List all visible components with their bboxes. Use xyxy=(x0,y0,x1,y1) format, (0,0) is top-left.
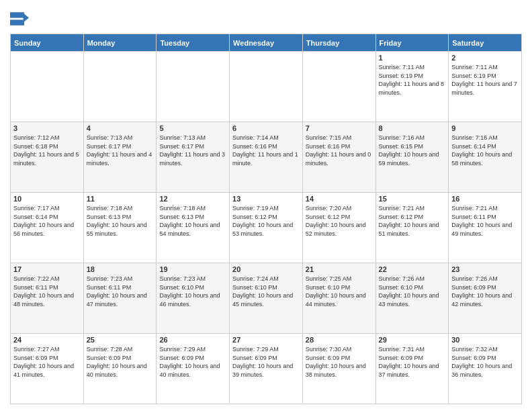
logo-icon xyxy=(10,9,29,28)
day-info: Sunrise: 7:29 AM Sunset: 6:09 PM Dayligh… xyxy=(232,345,300,379)
day-info: Sunrise: 7:28 AM Sunset: 6:09 PM Dayligh… xyxy=(87,345,154,379)
calendar-cell xyxy=(83,52,157,122)
calendar-cell: 12Sunrise: 7:18 AM Sunset: 6:13 PM Dayli… xyxy=(157,193,230,263)
day-info: Sunrise: 7:26 AM Sunset: 6:10 PM Dayligh… xyxy=(379,275,446,308)
day-number: 14 xyxy=(306,195,373,203)
day-number: 18 xyxy=(87,265,154,273)
day-info: Sunrise: 7:21 AM Sunset: 6:12 PM Dayligh… xyxy=(379,204,446,238)
calendar-cell: 19Sunrise: 7:23 AM Sunset: 6:10 PM Dayli… xyxy=(157,263,230,334)
day-info: Sunrise: 7:25 AM Sunset: 6:10 PM Dayligh… xyxy=(306,275,373,308)
day-number: 17 xyxy=(13,265,81,273)
page: SundayMondayTuesdayWednesdayThursdayFrid… xyxy=(0,0,532,411)
calendar-cell: 25Sunrise: 7:28 AM Sunset: 6:09 PM Dayli… xyxy=(83,334,157,404)
day-info: Sunrise: 7:23 AM Sunset: 6:10 PM Dayligh… xyxy=(159,275,226,308)
calendar-cell: 5Sunrise: 7:13 AM Sunset: 6:17 PM Daylig… xyxy=(157,122,230,193)
calendar-cell: 26Sunrise: 7:29 AM Sunset: 6:09 PM Dayli… xyxy=(157,334,230,404)
day-info: Sunrise: 7:11 AM Sunset: 6:19 PM Dayligh… xyxy=(379,63,446,97)
day-number: 1 xyxy=(379,54,446,62)
calendar-cell: 30Sunrise: 7:32 AM Sunset: 6:09 PM Dayli… xyxy=(449,334,522,404)
calendar-cell: 15Sunrise: 7:21 AM Sunset: 6:12 PM Dayli… xyxy=(375,193,449,263)
weekday-header-friday: Friday xyxy=(375,34,449,52)
day-info: Sunrise: 7:11 AM Sunset: 6:19 PM Dayligh… xyxy=(451,63,519,97)
calendar-cell xyxy=(230,52,303,122)
day-number: 12 xyxy=(159,195,226,203)
weekday-header-wednesday: Wednesday xyxy=(230,34,303,52)
calendar-cell: 22Sunrise: 7:26 AM Sunset: 6:10 PM Dayli… xyxy=(375,263,449,334)
day-info: Sunrise: 7:21 AM Sunset: 6:11 PM Dayligh… xyxy=(451,204,519,238)
day-info: Sunrise: 7:15 AM Sunset: 6:16 PM Dayligh… xyxy=(306,134,373,167)
calendar-cell xyxy=(302,52,375,122)
calendar-cell: 6Sunrise: 7:14 AM Sunset: 6:16 PM Daylig… xyxy=(230,122,303,193)
calendar-cell: 8Sunrise: 7:16 AM Sunset: 6:15 PM Daylig… xyxy=(375,122,449,193)
calendar-cell xyxy=(11,52,84,122)
day-number: 29 xyxy=(379,336,446,344)
day-number: 4 xyxy=(87,124,154,132)
day-number: 20 xyxy=(232,265,300,273)
calendar-cell: 13Sunrise: 7:19 AM Sunset: 6:12 PM Dayli… xyxy=(230,193,303,263)
day-number: 13 xyxy=(232,195,300,203)
calendar-cell: 21Sunrise: 7:25 AM Sunset: 6:10 PM Dayli… xyxy=(302,263,375,334)
calendar-cell: 20Sunrise: 7:24 AM Sunset: 6:10 PM Dayli… xyxy=(230,263,303,334)
calendar-cell: 3Sunrise: 7:12 AM Sunset: 6:18 PM Daylig… xyxy=(11,122,84,193)
day-number: 28 xyxy=(306,336,373,344)
calendar-cell: 18Sunrise: 7:23 AM Sunset: 6:11 PM Dayli… xyxy=(83,263,157,334)
day-number: 21 xyxy=(306,265,373,273)
day-number: 27 xyxy=(232,336,300,344)
calendar-cell: 29Sunrise: 7:31 AM Sunset: 6:09 PM Dayli… xyxy=(375,334,449,404)
day-info: Sunrise: 7:18 AM Sunset: 6:13 PM Dayligh… xyxy=(159,204,226,238)
day-number: 19 xyxy=(159,265,226,273)
day-number: 24 xyxy=(13,336,81,344)
day-info: Sunrise: 7:31 AM Sunset: 6:09 PM Dayligh… xyxy=(379,345,446,379)
day-number: 16 xyxy=(451,195,519,203)
calendar-cell: 7Sunrise: 7:15 AM Sunset: 6:16 PM Daylig… xyxy=(302,122,375,193)
day-info: Sunrise: 7:29 AM Sunset: 6:09 PM Dayligh… xyxy=(159,345,226,379)
day-number: 23 xyxy=(451,265,519,273)
weekday-header-thursday: Thursday xyxy=(302,34,375,52)
calendar-cell: 27Sunrise: 7:29 AM Sunset: 6:09 PM Dayli… xyxy=(230,334,303,404)
calendar-cell: 17Sunrise: 7:22 AM Sunset: 6:11 PM Dayli… xyxy=(11,263,84,334)
calendar-cell: 14Sunrise: 7:20 AM Sunset: 6:12 PM Dayli… xyxy=(302,193,375,263)
header xyxy=(10,7,522,28)
day-number: 11 xyxy=(87,195,154,203)
day-number: 30 xyxy=(451,336,519,344)
day-number: 26 xyxy=(159,336,226,344)
day-number: 2 xyxy=(451,54,519,62)
day-info: Sunrise: 7:14 AM Sunset: 6:16 PM Dayligh… xyxy=(232,134,300,167)
day-number: 10 xyxy=(13,195,81,203)
calendar-cell: 11Sunrise: 7:18 AM Sunset: 6:13 PM Dayli… xyxy=(83,193,157,263)
day-info: Sunrise: 7:16 AM Sunset: 6:14 PM Dayligh… xyxy=(451,134,519,167)
day-number: 7 xyxy=(306,124,373,132)
calendar-table: SundayMondayTuesdayWednesdayThursdayFrid… xyxy=(10,34,522,404)
day-info: Sunrise: 7:13 AM Sunset: 6:17 PM Dayligh… xyxy=(87,134,154,167)
calendar-cell: 23Sunrise: 7:26 AM Sunset: 6:09 PM Dayli… xyxy=(449,263,522,334)
day-info: Sunrise: 7:27 AM Sunset: 6:09 PM Dayligh… xyxy=(13,345,81,379)
calendar-cell: 2Sunrise: 7:11 AM Sunset: 6:19 PM Daylig… xyxy=(449,52,522,122)
calendar-cell: 28Sunrise: 7:30 AM Sunset: 6:09 PM Dayli… xyxy=(302,334,375,404)
day-number: 6 xyxy=(232,124,300,132)
day-info: Sunrise: 7:19 AM Sunset: 6:12 PM Dayligh… xyxy=(232,204,300,238)
day-info: Sunrise: 7:20 AM Sunset: 6:12 PM Dayligh… xyxy=(306,204,373,238)
logo xyxy=(10,9,30,28)
day-info: Sunrise: 7:12 AM Sunset: 6:18 PM Dayligh… xyxy=(13,134,81,167)
calendar-cell xyxy=(157,52,230,122)
day-info: Sunrise: 7:17 AM Sunset: 6:14 PM Dayligh… xyxy=(13,204,81,238)
day-number: 8 xyxy=(379,124,446,132)
day-info: Sunrise: 7:18 AM Sunset: 6:13 PM Dayligh… xyxy=(87,204,154,238)
day-number: 9 xyxy=(451,124,519,132)
svg-rect-2 xyxy=(10,12,24,17)
calendar-cell: 4Sunrise: 7:13 AM Sunset: 6:17 PM Daylig… xyxy=(83,122,157,193)
day-number: 3 xyxy=(13,124,81,132)
day-number: 15 xyxy=(379,195,446,203)
day-number: 25 xyxy=(87,336,154,344)
day-number: 22 xyxy=(379,265,446,273)
day-info: Sunrise: 7:16 AM Sunset: 6:15 PM Dayligh… xyxy=(379,134,446,167)
calendar-cell: 24Sunrise: 7:27 AM Sunset: 6:09 PM Dayli… xyxy=(11,334,84,404)
weekday-header-sunday: Sunday xyxy=(11,34,84,52)
day-info: Sunrise: 7:23 AM Sunset: 6:11 PM Dayligh… xyxy=(87,275,154,308)
day-info: Sunrise: 7:26 AM Sunset: 6:09 PM Dayligh… xyxy=(451,275,519,308)
calendar-cell: 16Sunrise: 7:21 AM Sunset: 6:11 PM Dayli… xyxy=(449,193,522,263)
day-number: 5 xyxy=(159,124,226,132)
calendar-cell: 1Sunrise: 7:11 AM Sunset: 6:19 PM Daylig… xyxy=(375,52,449,122)
day-info: Sunrise: 7:30 AM Sunset: 6:09 PM Dayligh… xyxy=(306,345,373,379)
weekday-header-saturday: Saturday xyxy=(449,34,522,52)
